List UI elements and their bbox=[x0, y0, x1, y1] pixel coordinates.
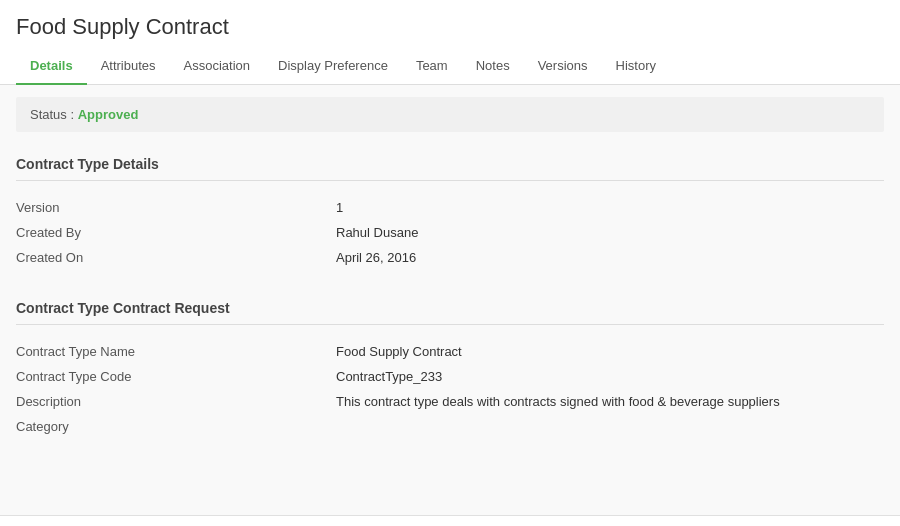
page-title: Food Supply Contract bbox=[16, 14, 884, 40]
tab-bar: Details Attributes Association Display P… bbox=[0, 48, 900, 85]
label-created-by: Created By bbox=[16, 225, 336, 240]
footer-actions: Edit Terminate bbox=[0, 515, 900, 526]
value-created-by: Rahul Dusane bbox=[336, 225, 884, 240]
status-bar: Status : Approved bbox=[16, 97, 884, 132]
label-created-on: Created On bbox=[16, 250, 336, 265]
value-contract-type-name: Food Supply Contract bbox=[336, 344, 884, 359]
tab-versions[interactable]: Versions bbox=[524, 48, 602, 85]
page-header: Food Supply Contract bbox=[0, 0, 900, 48]
detail-row-created-by: Created By Rahul Dusane bbox=[16, 220, 884, 245]
tab-display-preference[interactable]: Display Preference bbox=[264, 48, 402, 85]
detail-row-created-on: Created On April 26, 2016 bbox=[16, 245, 884, 270]
label-description: Description bbox=[16, 394, 336, 409]
value-description: This contract type deals with contracts … bbox=[336, 394, 884, 409]
contract-type-request-grid: Contract Type Name Food Supply Contract … bbox=[16, 333, 884, 445]
contract-type-details-title: Contract Type Details bbox=[16, 146, 884, 181]
status-label: Status : bbox=[30, 107, 78, 122]
tab-notes[interactable]: Notes bbox=[462, 48, 524, 85]
detail-row-contract-type-name: Contract Type Name Food Supply Contract bbox=[16, 339, 884, 364]
value-version: 1 bbox=[336, 200, 884, 215]
label-contract-type-code: Contract Type Code bbox=[16, 369, 336, 384]
label-version: Version bbox=[16, 200, 336, 215]
value-category bbox=[336, 419, 884, 434]
tab-attributes[interactable]: Attributes bbox=[87, 48, 170, 85]
label-contract-type-name: Contract Type Name bbox=[16, 344, 336, 359]
contract-type-details-grid: Version 1 Created By Rahul Dusane Create… bbox=[16, 189, 884, 276]
detail-row-description: Description This contract type deals wit… bbox=[16, 389, 884, 414]
value-created-on: April 26, 2016 bbox=[336, 250, 884, 265]
value-contract-type-code: ContractType_233 bbox=[336, 369, 884, 384]
tab-association[interactable]: Association bbox=[170, 48, 264, 85]
status-value: Approved bbox=[78, 107, 139, 122]
tab-history[interactable]: History bbox=[602, 48, 670, 85]
tab-team[interactable]: Team bbox=[402, 48, 462, 85]
detail-row-version: Version 1 bbox=[16, 195, 884, 220]
contract-type-request-title: Contract Type Contract Request bbox=[16, 290, 884, 325]
detail-row-contract-type-code: Contract Type Code ContractType_233 bbox=[16, 364, 884, 389]
tab-details[interactable]: Details bbox=[16, 48, 87, 85]
label-category: Category bbox=[16, 419, 336, 434]
detail-row-category: Category bbox=[16, 414, 884, 439]
content-area: Status : Approved Contract Type Details … bbox=[0, 85, 900, 515]
